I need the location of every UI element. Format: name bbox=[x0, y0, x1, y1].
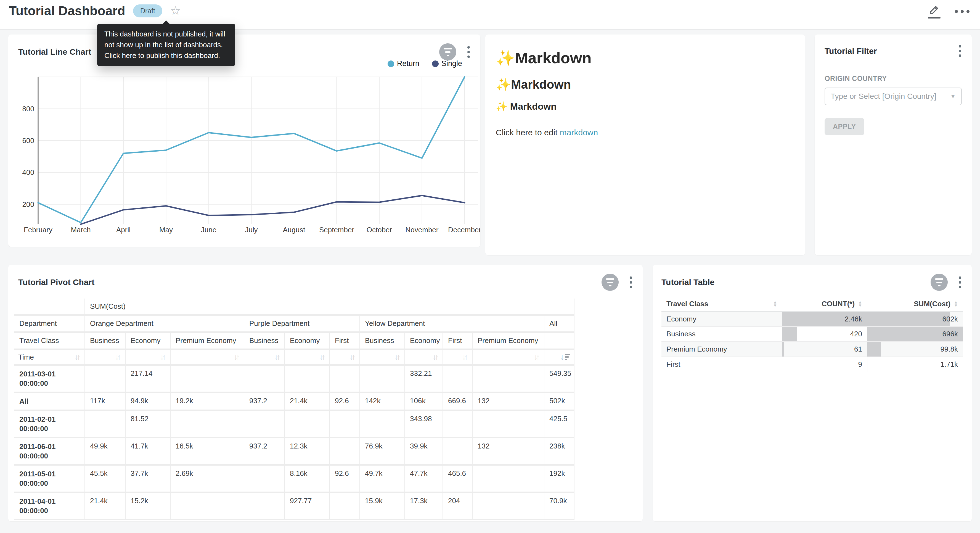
column-header-count-[interactable]: COUNT(*)▲▼ bbox=[782, 297, 867, 311]
pivot-all-header[interactable]: All bbox=[544, 315, 574, 332]
table-row: Business420696k bbox=[662, 326, 963, 342]
pivot-sort-header[interactable]: ↓↑ bbox=[443, 349, 473, 365]
table-row: Economy2.46k602k bbox=[662, 311, 963, 326]
legend-item-single[interactable]: Single bbox=[432, 59, 462, 68]
sort-caret-icon: ▲▼ bbox=[858, 300, 862, 307]
pivot-row-label: All bbox=[14, 393, 85, 410]
pivot-row2-label: Travel Class bbox=[14, 332, 85, 349]
sort-icon[interactable]: ↓↑ bbox=[129, 353, 166, 362]
edit-dashboard-button[interactable] bbox=[928, 5, 940, 19]
chart-menu-kebab-icon[interactable] bbox=[627, 275, 635, 290]
markdown-edit-link[interactable]: markdown bbox=[560, 128, 598, 137]
pivot-cell: 669.6 bbox=[443, 393, 473, 410]
pivot-cell bbox=[443, 438, 473, 465]
pivot-cell: 45.5k bbox=[85, 465, 125, 492]
table-title: Tutorial Table bbox=[662, 278, 714, 287]
pivot-cell: 343.98 bbox=[405, 410, 443, 438]
y-axis-label: 400 bbox=[22, 168, 34, 177]
pivot-subcolumn-header[interactable]: Premium Economy bbox=[170, 332, 244, 349]
column-header-sum-cost-[interactable]: SUM(Cost)▲▼ bbox=[867, 297, 963, 311]
sort-icon[interactable]: ↓↑ bbox=[334, 353, 356, 362]
pivot-subcolumn-header[interactable]: Business bbox=[360, 332, 405, 349]
pivot-sort-header[interactable]: ↓ bbox=[544, 349, 574, 365]
pivot-cell bbox=[329, 410, 360, 438]
pivot-cell bbox=[85, 410, 125, 438]
pivot-group-header[interactable]: Yellow Department bbox=[360, 315, 544, 332]
pivot-sort-header[interactable]: ↓↑ bbox=[405, 349, 443, 365]
pivot-subcolumn-header[interactable]: Economy bbox=[405, 332, 443, 349]
count-cell: 420 bbox=[782, 326, 867, 342]
pivot-subcolumn-header[interactable]: Economy bbox=[125, 332, 170, 349]
pivot-sort-header[interactable]: ↓↑ bbox=[360, 349, 405, 365]
pivot-cell bbox=[244, 492, 285, 520]
apply-button[interactable]: APPLY bbox=[824, 118, 864, 135]
panel-tutorial-table: Tutorial Table Travel Class▲▼COUNT(*)▲▼S… bbox=[652, 265, 972, 522]
pivot-cell: 2.69k bbox=[170, 465, 244, 492]
pivot-group-header[interactable]: Purple Department bbox=[244, 315, 360, 332]
pivot-sort-header[interactable]: ↓↑ bbox=[85, 349, 125, 365]
legend-item-return[interactable]: Return bbox=[388, 59, 419, 68]
chart-menu-kebab-icon[interactable] bbox=[465, 45, 473, 60]
publish-tooltip[interactable]: This dashboard is not published, it will… bbox=[97, 24, 235, 66]
series-line-single[interactable] bbox=[81, 196, 465, 224]
filter-menu-kebab-icon[interactable] bbox=[956, 43, 964, 59]
pivot-cell: 76.9k bbox=[360, 438, 405, 465]
panel-tutorial-pivot-chart: Tutorial Pivot Chart SUM(Cost)Department… bbox=[8, 265, 643, 522]
pivot-subcolumn-header[interactable]: Premium Economy bbox=[473, 332, 544, 349]
cross-filter-badge-icon[interactable] bbox=[931, 274, 948, 291]
sort-icon[interactable]: ↓↑ bbox=[409, 353, 439, 362]
pivot-cell: 238k bbox=[544, 438, 574, 465]
pivot-cell bbox=[473, 492, 544, 520]
pivot-sort-header[interactable]: ↓↑ bbox=[329, 349, 360, 365]
pivot-group-header[interactable]: Orange Department bbox=[85, 315, 244, 332]
legend-dot bbox=[432, 61, 439, 67]
pivot-cell: 49.9k bbox=[85, 438, 125, 465]
sort-icon[interactable]: ↓↑ bbox=[447, 353, 468, 362]
column-header-travel-class[interactable]: Travel Class▲▼ bbox=[662, 297, 782, 311]
x-axis-label: August bbox=[283, 226, 305, 234]
cross-filter-badge-icon[interactable] bbox=[601, 274, 619, 291]
pivot-sort-header[interactable]: ↓↑ bbox=[170, 349, 244, 365]
pivot-sort-header[interactable]: ↓↑ bbox=[285, 349, 329, 365]
sort-caret-icon: ▲▼ bbox=[954, 300, 958, 307]
origin-country-select[interactable]: Type or Select [Origin Country] ▼ bbox=[824, 88, 962, 105]
count-cell: 9 bbox=[782, 357, 867, 372]
pivot-subcolumn-header[interactable]: Business bbox=[85, 332, 125, 349]
panel-markdown[interactable]: ✨Markdown ✨Markdown ✨ Markdown Click her… bbox=[485, 35, 805, 255]
pivot-sort-header[interactable]: ↓↑ bbox=[244, 349, 285, 365]
pivot-sort-header[interactable]: ↓↑ bbox=[125, 349, 170, 365]
sort-icon[interactable]: ↓↑ bbox=[89, 353, 121, 362]
star-icon[interactable]: ☆ bbox=[170, 5, 181, 17]
sort-icon[interactable]: ↓↑ bbox=[175, 353, 240, 362]
pivot-cell bbox=[360, 365, 405, 393]
sort-icon[interactable]: ↓↑ bbox=[248, 353, 280, 362]
pivot-cell: 192k bbox=[544, 465, 574, 492]
pivot-cell: 47.7k bbox=[405, 465, 443, 492]
sum-cost-cell: 696k bbox=[867, 326, 963, 342]
pivot-cell bbox=[170, 492, 244, 520]
sort-icon[interactable]: ↓↑ bbox=[364, 353, 401, 362]
pivot-time-header[interactable]: Time↓↑ bbox=[14, 349, 85, 365]
pivot-cell bbox=[329, 492, 360, 520]
sort-descending-icon[interactable]: ↓ bbox=[560, 353, 570, 361]
table-row: Premium Economy6199.8k bbox=[662, 342, 963, 357]
pivot-cell: 94.9k bbox=[125, 393, 170, 410]
pivot-cell: 8.16k bbox=[285, 465, 329, 492]
legend-label: Single bbox=[441, 59, 462, 68]
cross-filter-badge-icon[interactable] bbox=[439, 43, 456, 61]
sort-icon[interactable]: ↓↑ bbox=[476, 353, 540, 362]
pivot-cell: 19.2k bbox=[170, 393, 244, 410]
more-actions-button[interactable] bbox=[955, 8, 970, 15]
chart-menu-kebab-icon[interactable] bbox=[956, 275, 964, 290]
x-axis-label: November bbox=[406, 226, 439, 234]
pivot-cell bbox=[244, 465, 285, 492]
pivot-subcolumn-header[interactable]: Economy bbox=[285, 332, 329, 349]
pivot-sort-header[interactable]: ↓↑ bbox=[473, 349, 544, 365]
draft-badge[interactable]: Draft bbox=[133, 5, 162, 18]
pivot-cell: 425.5 bbox=[544, 410, 574, 438]
pivot-subcolumn-header[interactable]: Business bbox=[244, 332, 285, 349]
pivot-subcolumn-header[interactable]: First bbox=[329, 332, 360, 349]
sort-icon[interactable]: ↓↑ bbox=[289, 353, 326, 362]
sort-icon[interactable]: ↓↑ bbox=[75, 353, 81, 362]
pivot-subcolumn-header[interactable]: First bbox=[443, 332, 473, 349]
